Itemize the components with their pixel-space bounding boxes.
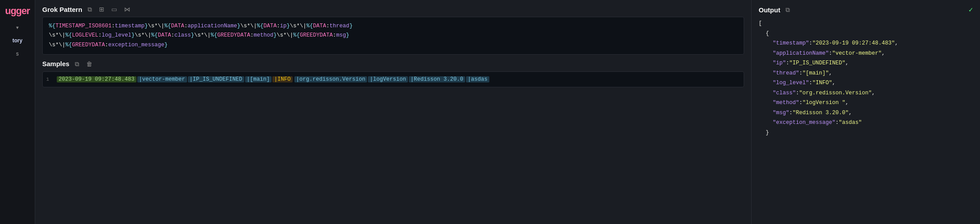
grok-pattern-name-7: GREEDYDATA: [217, 32, 250, 38]
trash-icon: 🗑: [86, 60, 92, 67]
grok-pattern-name-4: DATA: [313, 23, 326, 29]
grok-pattern-add-button[interactable]: ⊞: [97, 5, 106, 13]
grok-literal-close-7: }: [273, 32, 277, 38]
json-field-method: "method": "logVersion ",: [759, 98, 973, 108]
grok-pattern-view-button[interactable]: ▭: [110, 5, 119, 13]
samples-header: Samples ⧉ 🗑: [42, 60, 744, 68]
grok-pattern-copy-button[interactable]: ⧉: [86, 5, 94, 13]
table-row: 1 2023-09-19 09:27:48.483 |vector-member…: [43, 75, 744, 84]
grok-pattern-share-button[interactable]: ⋈: [122, 5, 132, 13]
grok-pattern-name-2: DATA: [171, 23, 184, 29]
grok-pattern-box: %{TIMESTAMP_ISO8601:timestamp}\s*\|%{DAT…: [42, 17, 744, 55]
json-open-bracket: [: [759, 19, 973, 29]
grok-literal-2: %{: [165, 23, 171, 29]
add-icon: ⊞: [99, 6, 104, 13]
grok-field-8: msg: [336, 32, 346, 38]
grok-separator-1: :: [112, 23, 115, 29]
json-field-thread: "thread": "[main]",: [759, 68, 973, 78]
grok-literal-close-3: }: [286, 23, 290, 29]
grok-separator-5: :: [99, 32, 102, 38]
token-app: |vector-member: [137, 76, 187, 82]
output-header: Output ⧉ ✓: [759, 5, 973, 14]
grok-sep-1: \s*\|: [148, 23, 165, 29]
grok-literal-4: %{: [306, 23, 313, 29]
token-exception: |asdas: [466, 76, 489, 82]
grok-literal-close-8: }: [346, 32, 349, 38]
grok-pattern-name-3: DATA: [264, 23, 277, 29]
token-timestamp: 2023-09-19 09:27:48.483: [57, 76, 136, 82]
output-copy-button[interactable]: ⧉: [784, 6, 792, 14]
grok-literal-close-5: }: [132, 32, 135, 38]
chevron-down-icon: ▼: [16, 26, 18, 30]
grok-pattern-name-9: GREEDYDATA: [72, 42, 105, 48]
grok-separator-8: :: [333, 32, 336, 38]
grok-field-2: applicationName: [187, 23, 237, 29]
copy-icon: ⧉: [88, 6, 92, 13]
grok-literal-1: %{: [49, 23, 55, 29]
token-msg: |Redisson 3.20.0: [409, 76, 465, 82]
json-object-close: }: [759, 128, 973, 138]
copy-icon: ⧉: [785, 6, 790, 13]
json-field-loglevel: "log_level": "INFO",: [759, 78, 973, 88]
grok-field-5: log_level: [102, 32, 132, 38]
json-field-class: "class": "org.redisson.Version",: [759, 88, 973, 98]
grok-literal-close-4: }: [349, 23, 353, 29]
samples-copy-button[interactable]: ⧉: [73, 60, 81, 68]
grok-pattern-name-5: LOGLEVEL: [72, 32, 99, 38]
samples-delete-button[interactable]: 🗑: [84, 60, 94, 68]
square-icon: ▭: [111, 6, 117, 13]
sidebar-item-s[interactable]: s: [0, 47, 35, 60]
grok-literal-8: %{: [293, 32, 300, 38]
grok-field-6: class: [174, 32, 191, 38]
sidebar: ugger ▼ tory s: [0, 0, 35, 224]
success-check-icon: ✓: [969, 5, 973, 14]
grok-field-1: timestamp: [115, 23, 145, 29]
sample-content: 2023-09-19 09:27:48.483 |vector-member |…: [57, 76, 489, 82]
grok-pattern-name-8: GREEDYDATA: [300, 32, 333, 38]
token-ip: |IP_IS_UNDEFINED: [188, 76, 244, 82]
copy-icon: ⧉: [75, 60, 79, 67]
grok-field-7: method: [253, 32, 273, 38]
samples-box: 1 2023-09-19 09:27:48.483 |vector-member…: [42, 71, 744, 87]
token-class: |org.redisson.Version: [294, 76, 367, 82]
json-field-ip: "ip": "IP_IS_UNDEFINED",: [759, 58, 973, 68]
grok-sep-7: \s*\|: [277, 32, 294, 38]
output-title: Output: [759, 6, 780, 14]
json-field-exception: "exception_message": "asdas": [759, 118, 973, 128]
main-content: Grok Pattern ⧉ ⊞ ▭ ⋈ %{TIMESTAMP_ISO8601…: [35, 0, 751, 224]
grok-sep-4: \s*\|: [49, 32, 66, 38]
grok-pattern-header: Grok Pattern ⧉ ⊞ ▭ ⋈: [42, 5, 744, 13]
logo-area: ugger: [0, 4, 35, 22]
grok-pattern-title: Grok Pattern: [42, 6, 82, 13]
grok-sep-3: \s*\|: [290, 23, 307, 29]
grok-literal-9: %{: [66, 42, 72, 48]
json-object-open: {: [759, 29, 973, 39]
grok-field-9: exception_message: [108, 42, 165, 48]
grok-literal-5: %{: [66, 32, 72, 38]
grok-literal-6: %{: [151, 32, 158, 38]
grok-pattern-text: %{TIMESTAMP_ISO8601:timestamp}\s*\|%{DAT…: [49, 22, 738, 50]
token-method: |logVersion: [368, 76, 408, 82]
grok-field-3: ip: [280, 23, 286, 29]
grok-sep-8: \s*\|: [49, 42, 66, 48]
token-level: |INFO: [272, 76, 293, 82]
grok-pattern-section: Grok Pattern ⧉ ⊞ ▭ ⋈ %{TIMESTAMP_ISO8601…: [42, 5, 744, 55]
json-field-msg: "msg": "Redisson 3.20.0",: [759, 108, 973, 118]
grok-literal-close-9: }: [165, 42, 168, 48]
samples-section: Samples ⧉ 🗑 1 2023-09-19 09:27:48.483 |v…: [42, 60, 744, 87]
json-field-timestamp: "timestamp": "2023-09-19 09:27:48.483",: [759, 38, 973, 49]
grok-literal-3: %{: [257, 23, 264, 29]
output-json: [ { "timestamp": "2023-09-19 09:27:48.48…: [759, 19, 973, 138]
grok-pattern-name-6: DATA: [158, 32, 171, 38]
grok-sep-5: \s*\|: [135, 32, 151, 38]
share-icon: ⋈: [124, 6, 130, 13]
token-thread: |[main]: [245, 76, 272, 82]
sidebar-item-tory[interactable]: tory: [0, 34, 35, 47]
grok-sep-6: \s*\|: [194, 32, 211, 38]
grok-field-4: thread: [330, 23, 349, 29]
json-field-applicationname: "applicationName": "vector-member",: [759, 49, 973, 59]
sidebar-dropdown[interactable]: ▼: [0, 22, 35, 34]
output-title-row: Output ⧉: [759, 6, 792, 14]
grok-literal-7: %{: [211, 32, 217, 38]
sidebar-nav: ▼ tory s: [0, 22, 35, 60]
